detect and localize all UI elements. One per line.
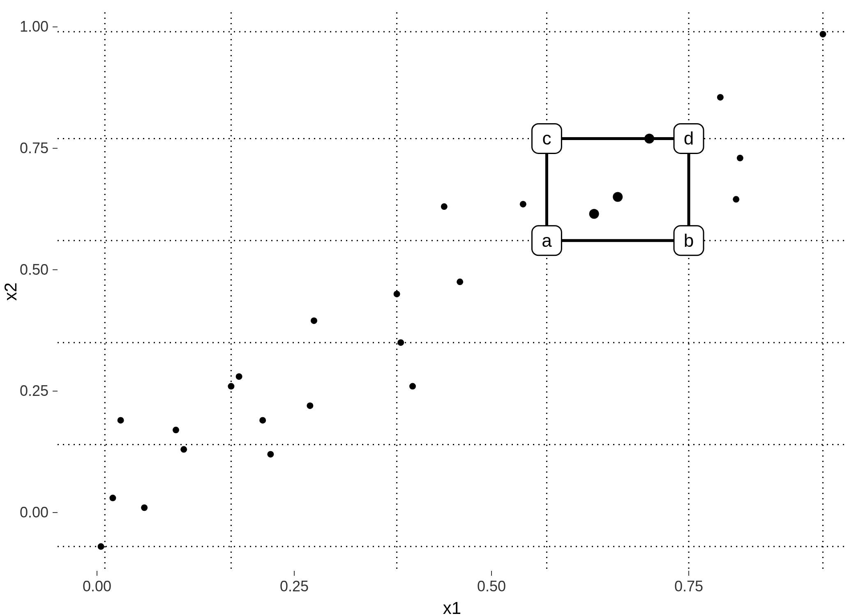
annotation-corner-label-top_right: d bbox=[684, 128, 694, 148]
scatter-chart: 0.000.250.500.750.000.250.500.751.00x1x2… bbox=[0, 0, 863, 616]
data-point bbox=[98, 543, 104, 550]
data-point bbox=[589, 209, 599, 219]
data-point bbox=[457, 278, 463, 285]
annotation-corner-label-bottom_right: b bbox=[684, 230, 694, 251]
annotation-corner-label-bottom_left: a bbox=[542, 230, 552, 251]
data-point bbox=[180, 446, 187, 453]
data-point bbox=[737, 155, 743, 161]
annotation-corner-label-top_left: c bbox=[542, 128, 551, 148]
x-tick-label: 0.25 bbox=[280, 578, 309, 595]
data-point bbox=[236, 373, 242, 380]
data-point bbox=[173, 427, 179, 433]
y-tick-label: 0.00 bbox=[20, 504, 48, 521]
y-tick-label: 0.75 bbox=[20, 140, 48, 156]
data-point bbox=[259, 417, 266, 423]
data-point bbox=[441, 203, 448, 210]
x-tick-label: 0.00 bbox=[83, 578, 111, 595]
x-axis-label: x1 bbox=[443, 598, 461, 616]
data-point bbox=[409, 383, 416, 390]
x-tick-label: 0.75 bbox=[674, 578, 703, 595]
data-point bbox=[118, 417, 124, 423]
data-point bbox=[520, 201, 526, 207]
data-point bbox=[267, 451, 274, 457]
data-point bbox=[613, 192, 623, 202]
x-tick-label: 0.50 bbox=[477, 578, 506, 595]
data-point bbox=[394, 291, 400, 297]
y-axis-label: x2 bbox=[1, 283, 20, 301]
data-point bbox=[311, 317, 317, 324]
data-point bbox=[141, 504, 148, 511]
plot-area bbox=[58, 12, 847, 571]
y-tick-label: 1.00 bbox=[20, 18, 48, 35]
data-point bbox=[109, 495, 116, 501]
data-point bbox=[733, 196, 739, 202]
data-point bbox=[228, 383, 234, 390]
data-point bbox=[397, 339, 404, 346]
data-point bbox=[819, 31, 826, 37]
data-point bbox=[307, 402, 313, 409]
y-tick-label: 0.50 bbox=[20, 261, 48, 278]
y-tick-label: 0.25 bbox=[20, 382, 48, 399]
data-point bbox=[717, 94, 724, 101]
